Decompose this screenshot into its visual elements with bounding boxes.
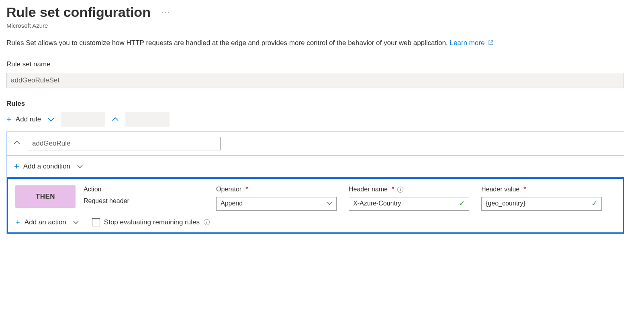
plus-icon: + bbox=[15, 218, 20, 227]
description-body: Rules Set allows you to customize how HT… bbox=[6, 39, 450, 47]
operator-value: Append bbox=[221, 199, 243, 208]
external-link-icon bbox=[488, 39, 494, 48]
add-action-button[interactable]: + Add an action bbox=[15, 218, 82, 227]
chevron-down-icon bbox=[70, 219, 82, 226]
info-icon[interactable]: i bbox=[397, 187, 403, 193]
valid-check-icon: ✓ bbox=[591, 199, 597, 208]
action-column-label: Action bbox=[84, 185, 216, 194]
header-name-column-label: Header name bbox=[349, 185, 388, 194]
conditions-area: + Add a condition bbox=[7, 156, 624, 177]
required-mark: * bbox=[392, 185, 394, 194]
header-value-input[interactable]: {geo_country} ✓ bbox=[481, 197, 602, 211]
add-action-label: Add an action bbox=[25, 218, 66, 226]
chevron-down-icon bbox=[74, 163, 86, 170]
page-title: Rule set configuration bbox=[6, 3, 151, 21]
add-rule-button[interactable]: + Add rule bbox=[6, 115, 41, 124]
header-value-value: {geo_country} bbox=[486, 199, 525, 208]
ruleset-name-label: Rule set name bbox=[6, 60, 638, 69]
operator-select[interactable]: Append bbox=[216, 197, 337, 211]
move-rule-up-button[interactable] bbox=[109, 115, 121, 123]
chevron-down-icon bbox=[327, 202, 332, 205]
learn-more-link[interactable]: Learn more bbox=[450, 39, 494, 47]
disabled-slot-1 bbox=[61, 112, 105, 127]
move-rule-down-button[interactable] bbox=[45, 115, 57, 123]
plus-icon: + bbox=[14, 162, 19, 171]
stop-evaluating-checkbox[interactable] bbox=[92, 218, 100, 226]
rule-card: + Add a condition THEN Action Request he… bbox=[6, 131, 624, 234]
actions-area: THEN Action Request header Operator * Ap… bbox=[7, 177, 624, 234]
required-mark: * bbox=[245, 185, 248, 194]
header-value-column-label: Header value bbox=[481, 185, 519, 194]
disabled-slot-2 bbox=[125, 112, 170, 127]
description-text: Rules Set allows you to customize how HT… bbox=[6, 39, 638, 48]
rule-name-input[interactable] bbox=[28, 137, 221, 150]
stop-evaluating-option[interactable]: Stop evaluating remaining rules i bbox=[92, 218, 210, 227]
page-subtitle: Microsoft Azure bbox=[6, 22, 638, 30]
info-icon[interactable]: i bbox=[204, 219, 210, 225]
header-name-input[interactable]: X-Azure-Country ✓ bbox=[349, 197, 469, 211]
plus-icon: + bbox=[6, 115, 12, 124]
action-value: Request header bbox=[84, 197, 216, 205]
ruleset-name-input[interactable] bbox=[6, 73, 624, 88]
then-badge: THEN bbox=[15, 185, 76, 208]
rules-toolbar: + Add rule bbox=[6, 112, 638, 127]
learn-more-label: Learn more bbox=[450, 39, 485, 47]
header-name-value: X-Azure-Country bbox=[353, 199, 401, 208]
more-options-button[interactable]: ··· bbox=[159, 8, 173, 17]
operator-column-label: Operator bbox=[216, 185, 241, 194]
rules-section-title: Rules bbox=[6, 99, 638, 108]
valid-check-icon: ✓ bbox=[459, 199, 465, 208]
stop-evaluating-label: Stop evaluating remaining rules bbox=[104, 218, 200, 227]
rule-header bbox=[7, 132, 624, 156]
add-condition-button[interactable]: + Add a condition bbox=[14, 162, 86, 171]
add-rule-label: Add rule bbox=[16, 115, 41, 123]
required-mark: * bbox=[523, 185, 526, 194]
collapse-rule-button[interactable] bbox=[12, 140, 21, 147]
add-condition-label: Add a condition bbox=[23, 162, 70, 170]
